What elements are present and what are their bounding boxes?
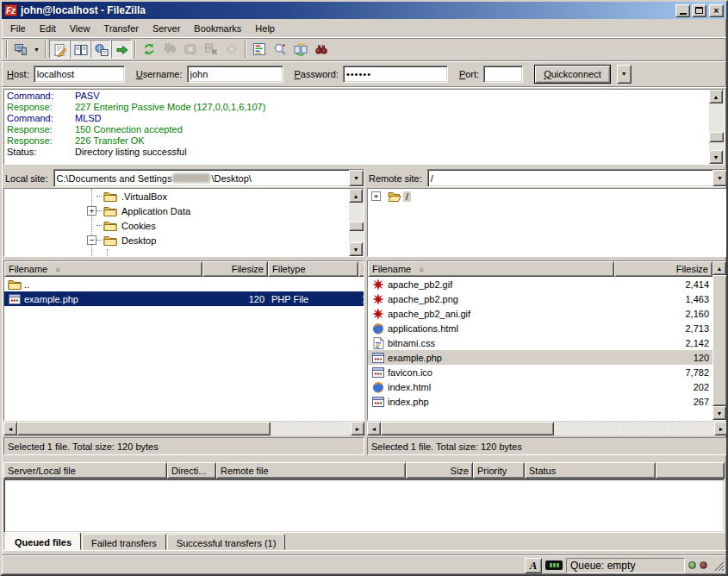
cancel-icon (184, 42, 197, 56)
scroll-down-icon[interactable]: ▼ (709, 150, 723, 164)
scroll-left-icon[interactable]: ◄ (367, 422, 381, 435)
directory-listing-filters-button[interactable] (249, 40, 270, 59)
column-header-filesize[interactable]: Filesize (202, 261, 268, 277)
directory-tree-toggle-button[interactable] (90, 40, 111, 59)
file-row-example-php[interactable]: example.php 120 PHP File 1 (4, 291, 364, 306)
remote-list-hscrollbar[interactable]: ◄ ► (367, 422, 728, 435)
file-row[interactable]: favicon.ico 7,782 (368, 365, 712, 379)
title-bar[interactable]: Fz john@localhost - FileZilla × (2, 2, 726, 19)
scroll-up-icon[interactable]: ▲ (709, 90, 723, 103)
menu-edit[interactable]: Edit (33, 21, 63, 36)
column-header-size[interactable]: Size (406, 462, 473, 479)
local-tree-scrollbar[interactable]: ▲ ▼ (349, 189, 364, 256)
reconnect-button[interactable] (221, 40, 242, 59)
file-row[interactable]: apache_pb2_ani.gif 2,160 (368, 306, 712, 321)
data-type-indicator[interactable]: A (525, 558, 542, 573)
local-remote-panes-toggle-button[interactable] (70, 40, 90, 59)
html-file-icon (371, 380, 385, 394)
close-button[interactable]: × (709, 4, 724, 17)
disconnect-button[interactable] (201, 40, 221, 59)
collapse-minus-icon[interactable]: − (87, 235, 96, 245)
menu-transfer[interactable]: Transfer (96, 21, 146, 36)
remote-site-dropdown[interactable]: ▼ (712, 170, 727, 186)
scroll-down-icon[interactable]: ▼ (349, 242, 363, 256)
filezilla-app-icon: Fz (4, 4, 17, 16)
transfer-queue-toggle-button[interactable] (111, 40, 132, 59)
port-input[interactable] (483, 66, 523, 83)
remote-list-scrollbar[interactable]: ▲ ▼ (712, 261, 727, 420)
column-header-status[interactable]: Status (525, 462, 656, 479)
file-row[interactable]: apache_pb2.png 1,463 (368, 291, 712, 306)
menu-view[interactable]: View (63, 21, 97, 36)
local-list-hscrollbar[interactable]: ◄ ► (3, 422, 364, 435)
file-row[interactable]: bitnami.css 2,142 (368, 335, 712, 350)
tab-queued-files[interactable]: Queued files (5, 532, 81, 550)
site-manager-button[interactable] (10, 40, 31, 59)
menu-file[interactable]: File (3, 21, 33, 36)
scroll-left-icon[interactable]: ◄ (3, 422, 17, 435)
scrollbar-thumb[interactable] (709, 132, 724, 142)
refresh-button[interactable] (139, 40, 159, 59)
speed-limit-icon[interactable] (545, 560, 563, 570)
tree-item-application-data[interactable]: + Application Data (4, 203, 349, 218)
directory-comparison-button[interactable] (270, 40, 290, 59)
file-row[interactable]: index.php 267 (368, 394, 712, 409)
local-site-combo[interactable]: C:\Documents and Settings\Desktop\ ▼ (53, 169, 364, 187)
site-manager-dropdown[interactable]: ▼ (31, 40, 42, 59)
tree-item-cookies[interactable]: Cookies (4, 218, 349, 233)
scrollbar-thumb[interactable] (17, 422, 271, 435)
host-input[interactable] (34, 66, 125, 83)
remote-site-combo[interactable]: / ▼ (427, 169, 728, 187)
column-header-direction[interactable]: Directi... (167, 462, 216, 479)
menu-bookmarks[interactable]: Bookmarks (187, 21, 248, 36)
resize-grip[interactable] (712, 560, 725, 572)
file-row[interactable]: index.html 202 (368, 379, 712, 394)
username-input[interactable] (187, 66, 283, 83)
tab-failed-transfers[interactable]: Failed transfers (82, 534, 166, 550)
menu-server[interactable]: Server (146, 21, 187, 36)
scroll-right-icon[interactable]: ► (714, 422, 728, 435)
maximize-button[interactable] (692, 4, 706, 17)
file-row[interactable]: apache_pb2.gif 2,414 (368, 277, 712, 291)
file-row-selected[interactable]: example.php 120 (368, 350, 712, 365)
scrollbar-thumb[interactable] (349, 222, 364, 231)
quickconnect-dropdown[interactable]: ▼ (617, 65, 632, 84)
message-log-toggle-button[interactable] (49, 40, 70, 59)
column-header-filename[interactable]: Filename▲ (368, 261, 614, 277)
process-queue-button[interactable] (159, 40, 180, 59)
expand-plus-icon[interactable]: + (87, 206, 96, 216)
column-header-filesize[interactable]: Filesize (614, 261, 712, 277)
minimize-button[interactable] (675, 4, 690, 17)
menu-bar: File Edit View Transfer Server Bookmarks… (2, 19, 726, 38)
column-header-filename[interactable]: Filename▲ (4, 261, 202, 277)
process-queue-icon (163, 42, 177, 56)
cancel-operation-button[interactable] (180, 40, 201, 59)
menu-help[interactable]: Help (248, 21, 282, 36)
password-input[interactable] (343, 66, 448, 83)
column-header-server-local-file[interactable]: Server/Local file (3, 462, 167, 479)
file-row[interactable]: applications.html 2,713 (368, 321, 712, 335)
scrollbar-thumb[interactable] (712, 275, 727, 406)
column-header-modified[interactable]: L (358, 261, 364, 277)
tab-successful-transfers[interactable]: Successful transfers (1) (167, 534, 286, 550)
log-type: Command: (4, 113, 75, 124)
tree-item-virtualbox[interactable]: .VirtualBox (4, 189, 349, 203)
tree-item-root[interactable]: + / (368, 189, 727, 203)
php-file-icon (371, 351, 385, 365)
scroll-down-icon[interactable]: ▼ (712, 406, 726, 420)
column-header-remote-file[interactable]: Remote file (216, 462, 406, 479)
column-header-priority[interactable]: Priority (473, 462, 525, 479)
scrollbar-thumb[interactable] (381, 422, 554, 435)
file-row-parent-dir[interactable]: .. (4, 277, 364, 291)
expand-plus-icon[interactable]: + (371, 191, 381, 201)
log-scrollbar[interactable]: ▲ ▼ (709, 90, 724, 164)
column-header-filetype[interactable]: Filetype (268, 261, 358, 277)
tree-item-desktop[interactable]: − Desktop (4, 233, 349, 247)
quickconnect-button[interactable]: Quickconnect (534, 65, 611, 84)
scroll-right-icon[interactable]: ► (351, 422, 364, 435)
find-files-button[interactable] (311, 40, 332, 59)
synchronized-browsing-button[interactable] (290, 40, 311, 59)
scroll-up-icon[interactable]: ▲ (349, 189, 363, 203)
local-site-dropdown[interactable]: ▼ (349, 170, 364, 186)
scroll-up-icon[interactable]: ▲ (712, 261, 726, 275)
